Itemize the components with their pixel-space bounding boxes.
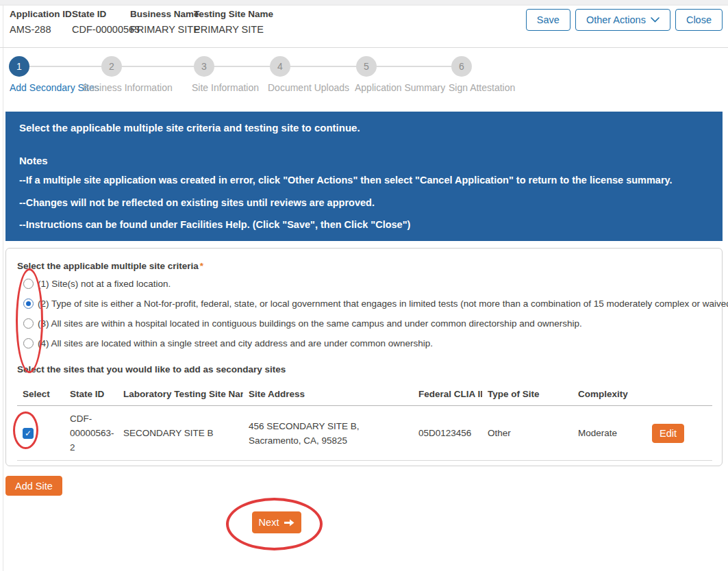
table-header-row: Select State ID Laboratory Testing Site …: [17, 383, 712, 406]
criteria-option-1-text: (1) Site(s) not at a fixed location.: [38, 279, 171, 289]
column-select: Select: [17, 383, 64, 406]
step-5-label: Application Summary: [355, 82, 445, 93]
criteria-option-2[interactable]: (2) Type of site is either a Not-for-pro…: [17, 294, 711, 314]
step-6-circle: 6: [451, 56, 472, 77]
criteria-option-2-text: (2) Type of site is either a Not-for-pro…: [38, 299, 728, 309]
site-row-checkbox[interactable]: ✓: [23, 428, 34, 439]
step-6-label: Sign Attestation: [449, 82, 515, 93]
note-line: --Changes will not be reflected on exist…: [19, 194, 709, 212]
radio-button-2[interactable]: [23, 299, 34, 309]
secondary-sites-table: Select State ID Laboratory Testing Site …: [17, 383, 712, 461]
row-type-of-site: Other: [482, 406, 573, 461]
step-1-circle[interactable]: 1: [9, 56, 29, 77]
instructions-title: Select the applicable multiple site crit…: [19, 122, 709, 134]
column-federal-clia-id: Federal CLIA ID: [413, 383, 482, 406]
column-type-of-site: Type of Site: [482, 383, 573, 406]
radio-button-3[interactable]: [23, 318, 34, 329]
table-row: ✓ CDF-00000563-2 SECONDARY SITE B 456 SE…: [17, 406, 712, 461]
row-site-address: 456 SECONDARY SITE B, Sacramento, CA, 95…: [243, 406, 413, 461]
instructions-panel: Select the applicable multiple site crit…: [5, 112, 723, 241]
radio-button-1[interactable]: [23, 279, 34, 289]
criteria-radio-group: (1) Site(s) not at a fixed location. (2)…: [17, 274, 711, 353]
column-lab-testing-site-name: Laboratory Testing Site Name: [118, 383, 243, 406]
step-4-label: Document Uploads: [268, 82, 349, 93]
notes-heading: Notes: [19, 155, 709, 166]
criteria-option-1[interactable]: (1) Site(s) not at a fixed location.: [17, 274, 711, 294]
radio-button-4[interactable]: [23, 338, 34, 348]
row-complexity: Moderate: [573, 406, 647, 461]
note-line: --If a multiple site application was cre…: [19, 172, 709, 189]
sites-select-label: Select the sites that you would like to …: [17, 364, 711, 375]
stepper-connector-line: [19, 66, 462, 67]
row-state-id: CDF-00000563-2: [64, 406, 118, 461]
criteria-label: Select the applicable multiple site crit…: [17, 261, 711, 271]
criteria-option-4[interactable]: (4) All sites are located within a singl…: [17, 333, 711, 353]
next-button-label: Next: [259, 517, 279, 528]
progress-stepper: 1 2 3 4 5 6 Add Secondary Sites Business…: [0, 0, 728, 96]
row-clia-id: 05D0123456: [413, 406, 482, 461]
arrow-right-icon: [284, 518, 294, 527]
step-3-circle: 3: [194, 56, 214, 77]
criteria-label-text: Select the applicable multiple site crit…: [17, 261, 199, 271]
checkmark-icon: ✓: [25, 428, 32, 439]
add-site-button[interactable]: Add Site: [5, 476, 62, 496]
row-site-name: SECONDARY SITE B: [118, 406, 243, 461]
column-state-id: State ID: [64, 383, 118, 406]
step-5-circle: 5: [356, 56, 377, 77]
criteria-option-4-text: (4) All sites are located within a singl…: [38, 338, 433, 348]
note-line: --Instructions can be found under Facili…: [19, 216, 709, 233]
column-site-address: Site Address: [243, 383, 413, 406]
criteria-card: Select the applicable multiple site crit…: [5, 248, 723, 466]
column-complexity: Complexity: [573, 383, 647, 406]
next-button[interactable]: Next: [252, 511, 301, 533]
criteria-option-3-text: (3) All sites are within a hospital loca…: [38, 318, 582, 329]
step-4-circle: 4: [270, 56, 290, 77]
edit-site-button[interactable]: Edit: [652, 424, 684, 443]
step-2-circle: 2: [101, 56, 122, 77]
step-2-label: Business Information: [83, 82, 173, 93]
step-3-label: Site Information: [192, 82, 259, 93]
criteria-option-3[interactable]: (3) All sites are within a hospital loca…: [17, 314, 711, 333]
required-asterisk: *: [200, 261, 203, 271]
column-actions: [647, 383, 712, 406]
